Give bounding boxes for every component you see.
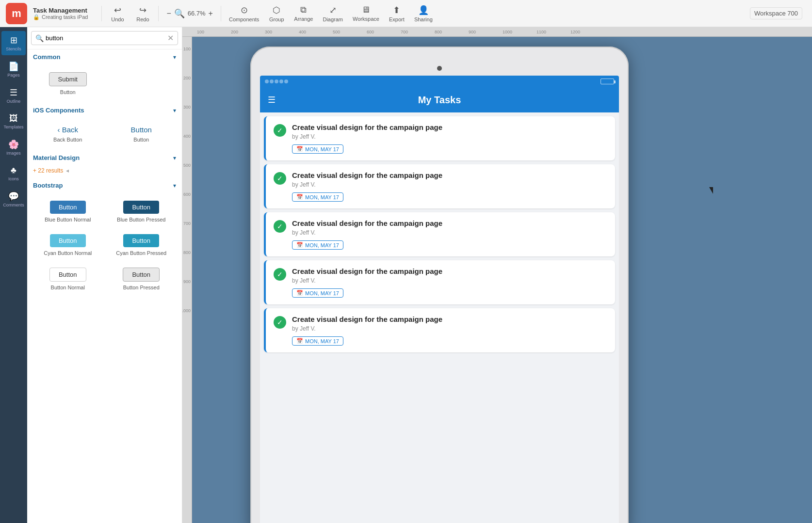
diagram-button[interactable]: ⤢ Diagram xyxy=(319,3,347,24)
task-check-icon: ✓ xyxy=(274,220,286,233)
cyan-button-pressed-stencil: Button xyxy=(123,234,159,247)
btn-normal-stencil-label: Button Normal xyxy=(51,285,85,290)
components-icon: ⊙ xyxy=(241,5,248,16)
redo-button[interactable]: ↪ Redo xyxy=(131,3,154,24)
signal-dot-1 xyxy=(265,79,269,83)
ipad-mockup: ☰ My Tasks ✓ Create visual design for th… xyxy=(250,47,629,523)
search-icon: 🔍 xyxy=(35,34,44,42)
blue-pressed-stencil-item[interactable]: Button Blue Button Pressed xyxy=(107,197,177,226)
blue-normal-stencil-item[interactable]: Button Blue Button Normal xyxy=(33,197,103,226)
task-content: Create visual design for the campaign pa… xyxy=(292,315,607,346)
section-header-bootstrap[interactable]: Bootstrap ▾ xyxy=(27,178,182,193)
calendar-icon: 📅 xyxy=(296,194,303,200)
cyan-normal-stencil-item[interactable]: Button Cyan Button Normal xyxy=(33,230,103,260)
task-date: MON, MAY 17 xyxy=(305,242,339,248)
components-button[interactable]: ⊙ Components xyxy=(225,3,263,24)
sidebar-item-templates[interactable]: 🖼 Templates xyxy=(1,110,26,133)
separator-2 xyxy=(158,6,159,21)
undo-button[interactable]: ↩ Undo xyxy=(106,3,129,24)
task-date-badge: 📅 MON, MAY 17 xyxy=(292,144,343,154)
zoom-minus-button[interactable]: − xyxy=(166,9,171,18)
undo-label: Undo xyxy=(111,16,124,22)
task-author: by Jeff V. xyxy=(292,277,607,284)
section-header-material[interactable]: Material Design ▾ xyxy=(27,150,182,165)
ios-button-stencil: Button xyxy=(131,126,152,134)
ios-stencils-grid: ‹ Back Back Button Button Button xyxy=(27,118,182,150)
sidebar-item-images[interactable]: 🌸 Images xyxy=(1,135,26,159)
task-date: MON, MAY 17 xyxy=(305,146,339,152)
calendar-icon: 📅 xyxy=(296,290,303,296)
workspace-label: Workspace xyxy=(353,16,379,22)
task-date: MON, MAY 17 xyxy=(305,338,339,344)
images-label: Images xyxy=(6,151,21,156)
zoom-plus-button[interactable]: + xyxy=(209,9,213,18)
task-date: MON, MAY 17 xyxy=(305,194,339,200)
sidebar-item-outline[interactable]: ☰ Outline xyxy=(1,83,26,108)
task-date-badge: 📅 MON, MAY 17 xyxy=(292,192,343,202)
search-input[interactable] xyxy=(46,34,167,42)
lock-icon: 🔒 xyxy=(33,14,40,20)
task-title: Create visual design for the campaign pa… xyxy=(292,171,607,179)
sidebar-item-icons[interactable]: ♣ Icons xyxy=(1,161,26,185)
btn-pressed-stencil-label: Button Pressed xyxy=(123,285,160,290)
arrange-button[interactable]: ⧉ Arrange xyxy=(290,3,317,24)
task-check-icon: ✓ xyxy=(274,268,286,281)
cyan-pressed-stencil-item[interactable]: Button Cyan Button Pressed xyxy=(107,230,177,260)
templates-icon: 🖼 xyxy=(9,113,18,124)
search-bar: 🔍 ✕ xyxy=(27,27,182,49)
search-clear-button[interactable]: ✕ xyxy=(167,33,174,43)
canvas-inner[interactable]: ☰ My Tasks ✓ Create visual design for th… xyxy=(192,37,812,523)
stencils-label: Stencils xyxy=(6,47,21,51)
material-section-arrow: ▾ xyxy=(173,155,176,161)
back-button-stencil: ‹ Back xyxy=(57,126,78,134)
ruler-horizontal: 100 200 300 400 500 600 700 800 900 1000… xyxy=(182,27,812,37)
images-icon: 🌸 xyxy=(8,139,19,150)
task-author: by Jeff V. xyxy=(292,325,607,332)
cyan-pressed-stencil-label: Cyan Button Pressed xyxy=(116,250,166,256)
calendar-icon: 📅 xyxy=(296,338,303,344)
btn-normal-stencil-item[interactable]: Button Button Normal xyxy=(33,264,103,294)
ios-battery xyxy=(601,79,614,84)
btn-pressed-stencil-item[interactable]: Button Button Pressed xyxy=(107,264,177,294)
blue-pressed-stencil-label: Blue Button Pressed xyxy=(117,217,165,222)
export-button[interactable]: ⬆ Export xyxy=(385,3,408,24)
submit-button-stencil: Submit xyxy=(49,72,87,86)
task-date-badge: 📅 MON, MAY 17 xyxy=(292,240,343,250)
sidebar-item-comments[interactable]: 💬 Comments xyxy=(1,187,26,211)
section-header-common[interactable]: Common ▾ xyxy=(27,49,182,64)
bootstrap-section-label: Bootstrap xyxy=(33,182,63,189)
more-results-arrow: ◂ xyxy=(66,167,69,174)
sharing-icon: 👤 xyxy=(418,5,429,16)
section-header-ios[interactable]: iOS Components ▾ xyxy=(27,103,182,118)
group-button[interactable]: ⬡ Group xyxy=(265,3,288,24)
button-pressed-stencil: Button xyxy=(123,268,160,282)
group-label: Group xyxy=(269,16,284,22)
group-icon: ⬡ xyxy=(273,5,280,16)
more-results-text: + 22 results xyxy=(33,167,63,174)
common-stencils-grid: Submit Button xyxy=(27,64,182,103)
search-input-wrap[interactable]: 🔍 ✕ xyxy=(31,31,178,45)
ios-button-stencil-item[interactable]: Button Button xyxy=(107,122,177,146)
title-area: Task Management 🔒 Creating tasks iPad xyxy=(33,7,88,20)
export-icon: ⬆ xyxy=(393,5,400,16)
back-button-stencil-item[interactable]: ‹ Back Back Button xyxy=(33,122,103,146)
sidebar-item-pages[interactable]: 📄 Pages xyxy=(1,57,26,81)
workspace-button[interactable]: 🖥 Workspace xyxy=(349,3,383,24)
nav-bar-title: My Tasks xyxy=(418,95,461,106)
task-content: Create visual design for the campaign pa… xyxy=(292,219,607,250)
sidebar-item-stencils[interactable]: ⊞ Stencils xyxy=(1,31,26,55)
canvas-area: 100 200 300 400 500 600 700 800 900 1000… xyxy=(182,27,812,523)
back-button-stencil-label: Back Button xyxy=(53,137,82,143)
task-card: ✓ Create visual design for the campaign … xyxy=(264,164,615,208)
cursor-arrow xyxy=(709,187,713,194)
more-results-link[interactable]: + 22 results ◂ xyxy=(27,165,182,178)
ios-signal-dots xyxy=(265,79,288,83)
task-title: Create visual design for the campaign pa… xyxy=(292,315,607,323)
bootstrap-stencils-grid: Button Blue Button Normal Button Blue Bu… xyxy=(27,193,182,298)
sharing-button[interactable]: 👤 Sharing xyxy=(410,3,437,24)
app-logo: m xyxy=(6,3,27,24)
submit-stencil-item[interactable]: Submit Button xyxy=(33,68,103,99)
zoom-control: − 🔍 66.7% + xyxy=(162,6,217,21)
task-card: ✓ Create visual design for the campaign … xyxy=(264,308,615,352)
stencils-icon: ⊞ xyxy=(10,35,17,46)
